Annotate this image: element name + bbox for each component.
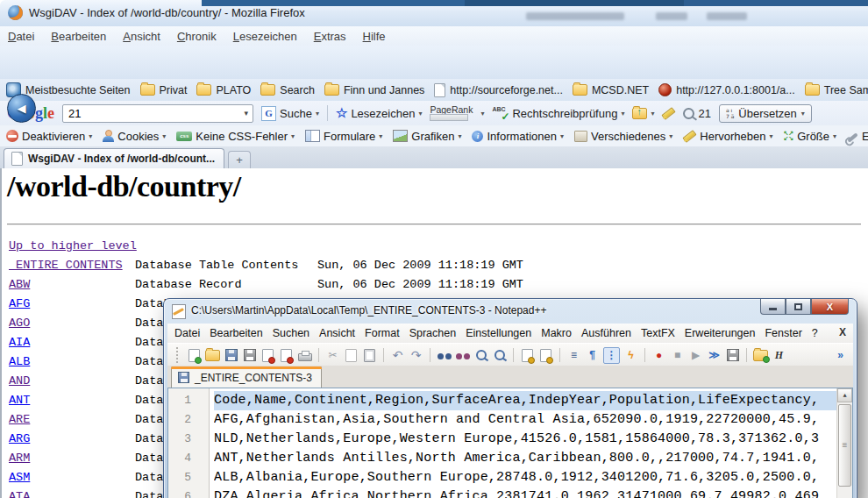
devbar-groesse[interactable]: ↖↗ ↙↘Größe▾ xyxy=(783,130,836,143)
npp-menu-fenster[interactable]: Fenster xyxy=(765,327,801,339)
close-file-icon[interactable] xyxy=(260,348,275,363)
indent-guide-icon[interactable]: ⋮ xyxy=(603,347,620,364)
devbar-cookies[interactable]: Cookies▾ xyxy=(103,130,166,143)
back-button[interactable]: ◀ xyxy=(7,94,36,123)
pagerank-indicator[interactable]: PageRank xyxy=(430,105,473,121)
firefox-titlebar[interactable]: WsgiDAV - Index of /world-db/country/ - … xyxy=(0,0,868,27)
tab-wsgidav[interactable]: WsgiDAV - Index of /world-db/count... xyxy=(4,148,224,168)
npp-menu-suchen[interactable]: Suchen xyxy=(273,327,309,339)
toolbar-overflow-icon[interactable]: » xyxy=(833,348,848,363)
devbar-hervorheben[interactable]: Hervorheben▾ xyxy=(683,130,772,143)
scrollbar-thumb[interactable]: ≡ xyxy=(838,404,851,487)
open-file-icon[interactable] xyxy=(205,348,220,363)
spellcheck-button[interactable]: ABC✓Rechtschreibprüfung▾ xyxy=(492,106,624,120)
devbar-verschiedenes[interactable]: Verschiedenes▾ xyxy=(574,130,672,143)
npp-menu-help[interactable]: ? xyxy=(812,327,818,339)
find-icon[interactable] xyxy=(437,348,452,363)
redo-icon[interactable]: ↷ xyxy=(409,348,423,363)
npp-menu-sprachen[interactable]: Sprachen xyxy=(409,327,457,339)
npp-menu-bearbeiten[interactable]: Bearbeiten xyxy=(210,327,262,339)
bookmark-sourceforge[interactable]: http://sourceforge.net... xyxy=(434,83,563,97)
send-to-button[interactable]: ↑▾ xyxy=(632,108,654,119)
entry-link[interactable]: ENTIRE CONTENTS xyxy=(9,259,123,272)
npp-menu-einstellungen[interactable]: Einstellungen xyxy=(466,327,531,339)
editor-line[interactable]: DZA,Algeria,Africa,Northern Africa,23817… xyxy=(214,487,836,498)
bookmark-127-8001[interactable]: http://127.0.0.1:8001/a... xyxy=(658,83,795,96)
paste-icon[interactable] xyxy=(362,348,377,363)
entry-link[interactable]: ABW xyxy=(9,278,30,291)
close-button[interactable]: X xyxy=(811,299,849,315)
replace-icon[interactable] xyxy=(455,348,470,363)
editor-line[interactable]: ANT,Netherlands Antilles,North America,C… xyxy=(214,449,836,468)
notepad-titlebar[interactable]: C:\Users\Martin\AppData\Local\Temp\_ENTI… xyxy=(164,299,857,324)
function-completion-icon[interactable]: ϟ xyxy=(623,348,638,363)
entry-link[interactable]: ARM xyxy=(9,452,30,465)
entry-link[interactable]: ASM xyxy=(9,471,30,484)
bookmark-finn-und-jannes[interactable]: Finn und Jannes xyxy=(324,84,424,96)
entry-link[interactable]: AGO xyxy=(9,317,30,330)
npp-menu-ausfuehren[interactable]: Ausführen xyxy=(581,327,631,339)
entry-link[interactable]: ALB xyxy=(9,355,30,368)
translate-button[interactable]: a ı 7 äÜbersetzen▾ xyxy=(719,104,812,123)
menu-datei[interactable]: Datei xyxy=(8,30,34,43)
editor-line[interactable]: ALB,Albania,Europe,Southern Europe,28748… xyxy=(214,468,836,487)
textfx-icon[interactable]: H xyxy=(772,348,786,363)
npp-menu-datei[interactable]: Datei xyxy=(174,327,200,339)
editor-line[interactable]: Code,Name,Continent,Region,SurfaceArea,I… xyxy=(214,391,836,410)
npp-menu-textfx[interactable]: TextFX xyxy=(641,327,675,339)
save-macro-icon[interactable] xyxy=(725,348,740,363)
run-icon[interactable] xyxy=(753,348,768,363)
sync-vertical-icon[interactable] xyxy=(520,348,535,363)
document-close-icon[interactable]: X xyxy=(839,326,846,338)
devbar-informationen[interactable]: iInformationen▾ xyxy=(472,130,564,143)
scrollbar-up-icon[interactable]: ▲ xyxy=(837,388,852,402)
npp-menu-ansicht[interactable]: Ansicht xyxy=(319,327,355,339)
entry-link[interactable]: ARE xyxy=(9,413,30,426)
devbar-css[interactable]: cssKeine CSS-Fehler▾ xyxy=(176,130,295,143)
menu-chronik[interactable]: Chronik xyxy=(177,30,217,43)
devbar-deaktivieren[interactable]: Deaktivieren▾ xyxy=(6,130,92,143)
devbar-extras[interactable]: Extras▾ xyxy=(847,130,868,143)
zoom-out-icon[interactable] xyxy=(492,348,507,363)
zoom-indicator[interactable]: 21 xyxy=(683,107,710,120)
highlighter-icon[interactable] xyxy=(662,107,676,120)
save-all-icon[interactable] xyxy=(242,348,257,363)
menu-bearbeiten[interactable]: Bearbeiten xyxy=(51,30,106,43)
menu-ansicht[interactable]: Ansicht xyxy=(123,30,160,43)
google-search-button[interactable]: GSuche▾ xyxy=(261,106,319,121)
tab-entire-contents-3[interactable]: _ENTIRE_CONTENTS-3 xyxy=(171,366,322,388)
entry-link[interactable]: ARG xyxy=(9,432,30,445)
entry-link[interactable]: AND xyxy=(9,374,30,388)
print-icon[interactable] xyxy=(297,348,312,363)
bookmark-search[interactable]: Search xyxy=(260,84,315,96)
bookmark-tree-samples[interactable]: Tree Samples xyxy=(805,84,868,96)
run-macro-multiple-icon[interactable]: ≫ xyxy=(707,348,722,363)
entry-link[interactable]: AFG xyxy=(9,297,30,310)
devbar-formulare[interactable]: Formulare▾ xyxy=(305,130,382,143)
bookmark-mcsd[interactable]: MCSD.NET xyxy=(573,84,649,96)
close-all-icon[interactable] xyxy=(279,348,294,363)
entry-link[interactable]: ATA xyxy=(9,490,30,498)
new-file-icon[interactable] xyxy=(187,348,202,363)
stop-macro-icon[interactable]: ■ xyxy=(670,348,685,363)
up-to-higher-level-link[interactable]: Up to higher level xyxy=(9,239,137,253)
bookmark-plato[interactable]: PLATO xyxy=(196,84,251,96)
menu-hilfe[interactable]: Hilfe xyxy=(363,30,386,43)
word-wrap-icon[interactable]: ≡ xyxy=(566,348,581,363)
devbar-grafiken[interactable]: Grafiken▾ xyxy=(393,130,461,143)
undo-icon[interactable]: ↶ xyxy=(390,348,405,363)
sync-horizontal-icon[interactable] xyxy=(538,348,553,363)
play-macro-icon[interactable]: ▶ xyxy=(688,348,703,363)
entry-link[interactable]: AIA xyxy=(9,336,30,349)
record-macro-icon[interactable]: ● xyxy=(651,348,666,363)
npp-menu-makro[interactable]: Makro xyxy=(541,327,572,339)
bookmark-privat[interactable]: Privat xyxy=(140,84,188,96)
search-dropdown-icon[interactable]: ▾ xyxy=(245,109,249,117)
cut-icon[interactable]: ✂ xyxy=(325,348,340,363)
zoom-in-icon[interactable] xyxy=(473,348,488,363)
editor-line[interactable]: NLD,Netherlands,Europe,Western Europe,41… xyxy=(214,430,836,449)
editor-line[interactable]: AFG,Afghanistan,Asia,Southern and Centra… xyxy=(214,410,836,430)
entry-link[interactable]: ANT xyxy=(9,394,30,407)
show-symbols-icon[interactable]: ¶ xyxy=(585,348,600,363)
scrollbar[interactable]: ▲ ≡ xyxy=(836,388,852,498)
